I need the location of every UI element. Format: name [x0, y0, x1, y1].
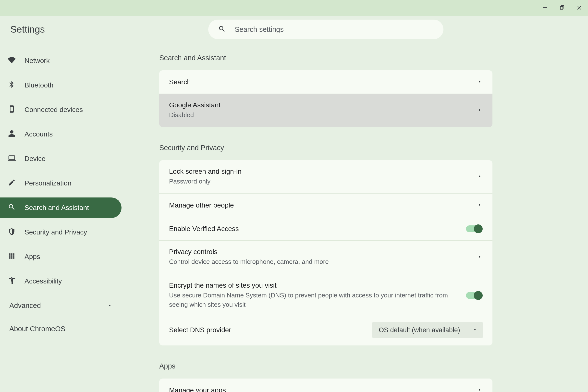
- row-label: Lock screen and sign-in: [169, 168, 468, 176]
- app-header: Settings: [0, 16, 588, 43]
- sidebar-item-accessibility[interactable]: Accessibility: [0, 271, 122, 292]
- minimize-icon[interactable]: [542, 4, 548, 11]
- row-sublabel: Control device access to microphone, cam…: [169, 257, 468, 266]
- sidebar-item-network[interactable]: Network: [0, 50, 122, 71]
- toggle-secure-dns[interactable]: [466, 292, 482, 299]
- chevron-right-icon: [478, 203, 482, 208]
- wifi-icon: [8, 56, 16, 66]
- sidebar-item-label: Security and Privacy: [24, 228, 87, 236]
- toggle-verified-access[interactable]: [466, 226, 482, 232]
- sidebar-item-label: Connected devices: [24, 106, 83, 114]
- row-label: Privacy controls: [169, 248, 468, 256]
- laptop-icon: [8, 154, 16, 164]
- search-input[interactable]: [235, 26, 434, 34]
- sidebar-item-apps[interactable]: Apps: [0, 246, 122, 267]
- row-lock-screen[interactable]: Lock screen and sign-in Password only: [159, 160, 492, 194]
- settings-content: Search and Assistant Search Google Assis…: [122, 43, 588, 392]
- row-label: Manage your apps: [169, 386, 468, 392]
- sidebar-item-bluetooth[interactable]: Bluetooth: [0, 75, 122, 96]
- sidebar-item-label: Bluetooth: [24, 81, 54, 89]
- row-google-assistant[interactable]: Google Assistant Disabled: [159, 94, 492, 127]
- row-sublabel: Use secure Domain Name System (DNS) to p…: [169, 291, 456, 309]
- row-manage-apps[interactable]: Manage your apps: [159, 378, 492, 392]
- dns-provider-select[interactable]: OS default (when available): [372, 322, 483, 338]
- page-title: Settings: [10, 24, 45, 35]
- advanced-label: Advanced: [9, 302, 41, 310]
- card-security: Lock screen and sign-in Password only Ma…: [159, 160, 492, 346]
- edit-icon: [8, 178, 16, 188]
- sidebar-item-label: Search and Assistant: [24, 204, 89, 212]
- row-sublabel: Password only: [169, 177, 468, 186]
- chevron-right-icon: [478, 388, 482, 392]
- sidebar-item-search-assistant[interactable]: Search and Assistant: [0, 198, 122, 218]
- maximize-icon[interactable]: [559, 4, 565, 11]
- sidebar-item-label: Apps: [24, 253, 40, 261]
- sidebar: Network Bluetooth Connected devices Acco…: [0, 43, 122, 392]
- row-sublabel: Disabled: [169, 110, 468, 120]
- chevron-right-icon: [478, 108, 482, 113]
- row-dns-provider: Select DNS provider OS default (when ava…: [159, 316, 492, 346]
- sidebar-about[interactable]: About ChromeOS: [0, 318, 122, 339]
- chevron-down-icon: [107, 302, 112, 310]
- window-titlebar: [0, 0, 588, 16]
- section-title-apps: Apps: [159, 362, 588, 370]
- chevron-right-icon: [478, 174, 482, 179]
- sidebar-advanced-toggle[interactable]: Advanced: [0, 296, 122, 316]
- accessibility-icon: [8, 276, 16, 286]
- row-verified-access: Enable Verified Access: [159, 217, 492, 240]
- card-apps: Manage your apps: [159, 378, 492, 392]
- sidebar-item-label: Accessibility: [24, 277, 62, 285]
- row-search[interactable]: Search: [159, 70, 492, 94]
- search-icon: [218, 25, 226, 34]
- sidebar-item-label: Accounts: [24, 130, 53, 138]
- row-manage-people[interactable]: Manage other people: [159, 194, 492, 217]
- section-title-security: Security and Privacy: [159, 144, 588, 152]
- row-label: Encrypt the names of sites you visit: [169, 282, 456, 289]
- chevron-right-icon: [478, 80, 482, 84]
- sidebar-item-personalization[interactable]: Personalization: [0, 173, 122, 194]
- row-secure-dns: Encrypt the names of sites you visit Use…: [159, 274, 492, 316]
- sidebar-item-accounts[interactable]: Accounts: [0, 124, 122, 144]
- card-search-assistant: Search Google Assistant Disabled: [159, 70, 492, 127]
- phone-icon: [8, 105, 16, 115]
- svg-rect-0: [543, 7, 547, 8]
- dropdown-icon: [472, 326, 477, 334]
- sidebar-item-label: Personalization: [24, 179, 71, 187]
- sidebar-item-connected-devices[interactable]: Connected devices: [0, 100, 122, 120]
- apps-icon: [8, 252, 16, 262]
- person-icon: [8, 130, 16, 139]
- shield-icon: [8, 228, 16, 237]
- row-label: Enable Verified Access: [169, 225, 456, 233]
- row-privacy-controls[interactable]: Privacy controls Control device access t…: [159, 240, 492, 274]
- about-label: About ChromeOS: [9, 325, 66, 333]
- sidebar-item-label: Network: [24, 57, 50, 65]
- sidebar-item-label: Device: [24, 155, 46, 163]
- row-label: Manage other people: [169, 202, 468, 209]
- dns-provider-value: OS default (when available): [379, 326, 460, 334]
- row-label: Search: [169, 78, 468, 86]
- chevron-right-icon: [478, 255, 482, 260]
- row-label: Google Assistant: [169, 101, 468, 109]
- sidebar-item-device[interactable]: Device: [0, 148, 122, 169]
- bluetooth-icon: [8, 80, 16, 90]
- close-icon[interactable]: [576, 4, 582, 11]
- dns-provider-label: Select DNS provider: [169, 326, 231, 334]
- search-icon: [8, 203, 16, 213]
- sidebar-item-security[interactable]: Security and Privacy: [0, 222, 122, 242]
- search-box[interactable]: [208, 20, 444, 39]
- section-title-search-assistant: Search and Assistant: [159, 54, 588, 62]
